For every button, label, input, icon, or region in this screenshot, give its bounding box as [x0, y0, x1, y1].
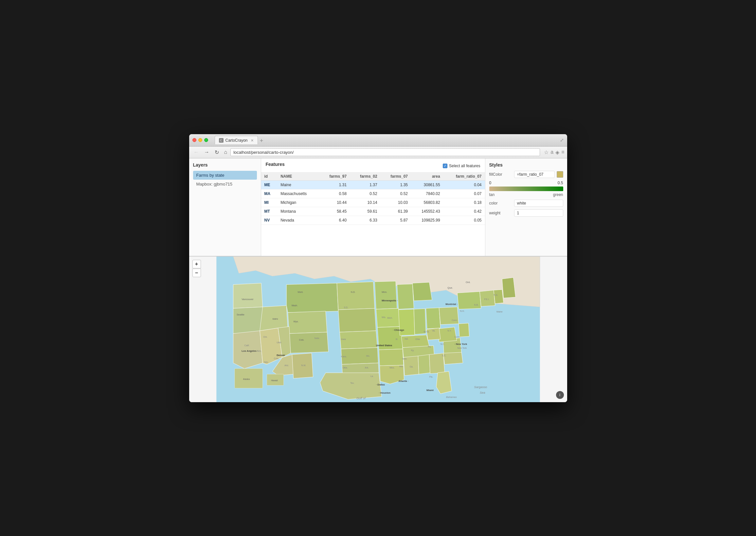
svg-text:Colo.: Colo.: [274, 357, 279, 360]
svg-text:Maine: Maine: [497, 311, 503, 313]
address-bar[interactable]: [230, 148, 540, 156]
cell-id: MT: [261, 207, 278, 216]
svg-text:Calif.: Calif.: [244, 344, 249, 346]
table-row[interactable]: MA Massachusetts 0.58 0.52 0.52 7840.02 …: [261, 189, 485, 198]
home-button[interactable]: ⌂: [222, 149, 229, 156]
fill-color-value[interactable]: =farm_ratio_07: [514, 171, 555, 178]
new-tab-button[interactable]: +: [258, 137, 265, 144]
info-icon: i: [559, 393, 560, 397]
top-panel: Layers Farms by state Mapbox: gjbmo715 F…: [189, 158, 567, 256]
table-row[interactable]: MI Michigan 10.44 10.14 10.03 56803.82 0…: [261, 198, 485, 207]
svg-text:Seattle: Seattle: [236, 313, 244, 316]
svg-text:· New York: · New York: [454, 343, 467, 346]
svg-text:N.B.: N.B.: [474, 303, 478, 306]
col-ratio07: farm_ratio_07: [443, 172, 485, 181]
browser-extensions: ☆ a ◈ ≡: [544, 149, 564, 155]
svg-text:Los Angeles ·: Los Angeles ·: [242, 349, 258, 352]
color-labels-row: tan green: [489, 192, 563, 197]
svg-text:Gulf of: Gulf of: [357, 396, 366, 400]
data-table: id NAME farms_97 farms_02 farms_07 area …: [261, 172, 485, 225]
table-row[interactable]: NV Nevada 6.40 6.33 5.87 109825.99 0.05: [261, 216, 485, 224]
map-info-button[interactable]: i: [556, 391, 564, 399]
back-button[interactable]: ←: [192, 149, 201, 156]
svg-text:Okla.: Okla.: [342, 366, 348, 369]
svg-text:Miss.: Miss.: [390, 366, 395, 369]
cell-farms07: 61.39: [381, 207, 411, 216]
cell-id: MA: [261, 189, 278, 198]
cell-area: 145552.43: [411, 207, 443, 216]
zoom-in-button[interactable]: +: [192, 260, 201, 268]
features-panel: Features ✓ Select all features id NAME f…: [261, 158, 485, 256]
layer-item-farms[interactable]: Farms by state: [193, 171, 257, 180]
color-gradient-bar[interactable]: [489, 186, 563, 191]
select-all-checkbox[interactable]: ✓: [443, 164, 447, 168]
minimize-button[interactable]: [198, 138, 202, 142]
svg-text:Minneapolis ·: Minneapolis ·: [382, 299, 397, 302]
svg-text:Wyo.: Wyo.: [293, 320, 298, 323]
svg-text:S.C.: S.C.: [442, 354, 446, 356]
svg-text:Ore.: Ore.: [263, 336, 267, 338]
bookmark-icon[interactable]: ☆: [544, 149, 548, 155]
fill-color-label: fillColor: [489, 172, 512, 177]
svg-text:Tenn.: Tenn.: [401, 357, 407, 360]
close-button[interactable]: [192, 138, 196, 142]
cell-name: Michigan: [277, 198, 320, 207]
svg-text:· Houston: · Houston: [379, 391, 391, 394]
color-label: color: [489, 201, 512, 206]
svg-text:Wash.: Wash.: [291, 304, 297, 307]
weight-label: weight: [489, 211, 512, 215]
maximize-button[interactable]: [204, 138, 208, 142]
cell-area: 109825.99: [411, 216, 443, 224]
cell-name: Massachusetts: [277, 189, 320, 198]
fill-color-swatch[interactable]: [557, 171, 563, 178]
svg-text:P.E.I.: P.E.I.: [484, 298, 489, 300]
svg-text:Mich.: Mich.: [387, 317, 393, 319]
features-header: Features ✓ Select all features: [261, 158, 485, 172]
cell-farms02: 59.61: [350, 207, 380, 216]
svg-text:Pa.: Pa.: [428, 346, 431, 348]
svg-text:N.H.: N.H.: [460, 310, 464, 312]
refresh-button[interactable]: ↻: [213, 149, 221, 156]
cell-farms97: 10.44: [320, 198, 350, 207]
extension-icon[interactable]: ◈: [555, 149, 559, 155]
forward-button[interactable]: →: [202, 149, 211, 156]
menu-icon[interactable]: ≡: [561, 149, 564, 155]
svg-text:La.: La.: [370, 375, 373, 377]
table-row[interactable]: MT Montana 58.45 59.61 61.39 145552.43 0…: [261, 207, 485, 216]
fullscreen-icon[interactable]: ⤢: [560, 137, 564, 143]
layers-panel: Layers Farms by state Mapbox: gjbmo715: [189, 158, 261, 256]
cell-farms07: 5.87: [381, 216, 411, 224]
table-body: ME Maine 1.31 1.37 1.35 30861.55 0.04 MA…: [261, 180, 485, 224]
cell-ratio07: 0.04: [443, 180, 485, 189]
amazon-icon[interactable]: a: [550, 149, 553, 155]
map-svg: Alaska Hawaii Vancouver Seattle Wash. Mo…: [189, 256, 567, 402]
cell-farms97: 0.58: [320, 189, 350, 198]
table-header: id NAME farms_97 farms_02 farms_07 area …: [261, 172, 485, 181]
tab-area: C CartoCrayon × +: [215, 136, 557, 144]
cell-farms02: 10.14: [350, 198, 380, 207]
cell-ratio07: 0.07: [443, 189, 485, 198]
zoom-out-button[interactable]: −: [192, 269, 201, 277]
table-row[interactable]: ME Maine 1.31 1.37 1.35 30861.55 0.04: [261, 180, 485, 189]
browser-tab[interactable]: C CartoCrayon ×: [215, 136, 258, 144]
layer-item-mapbox[interactable]: Mapbox: gjbmo715: [193, 180, 257, 188]
browser-window: C CartoCrayon × + ⤢ ← → ↻ ⌂ ☆ a ◈ ≡: [189, 134, 567, 402]
weight-value[interactable]: 1: [514, 210, 563, 217]
features-table: id NAME farms_97 farms_02 farms_07 area …: [261, 172, 485, 256]
svg-text:Ohio: Ohio: [415, 338, 420, 340]
svg-text:Ga.: Ga.: [409, 365, 413, 367]
tab-close-button[interactable]: ×: [251, 138, 254, 143]
color-value[interactable]: white: [514, 200, 563, 207]
svg-text:Que.: Que.: [447, 286, 453, 289]
cell-id: MI: [261, 198, 278, 207]
svg-text:Ky.: Ky.: [411, 349, 414, 352]
svg-text:N.Y.: N.Y.: [447, 329, 452, 332]
select-all-area[interactable]: ✓ Select all features: [443, 164, 480, 168]
svg-text:Miami: Miami: [427, 388, 434, 391]
cell-farms02: 0.52: [350, 189, 380, 198]
svg-text:Ind.: Ind.: [404, 338, 408, 340]
weight-row: weight 1: [489, 210, 563, 217]
map-area[interactable]: Alaska Hawaii Vancouver Seattle Wash. Mo…: [189, 256, 567, 402]
svg-text:Ariz.: Ariz.: [284, 364, 289, 366]
col-id: id: [261, 172, 278, 181]
